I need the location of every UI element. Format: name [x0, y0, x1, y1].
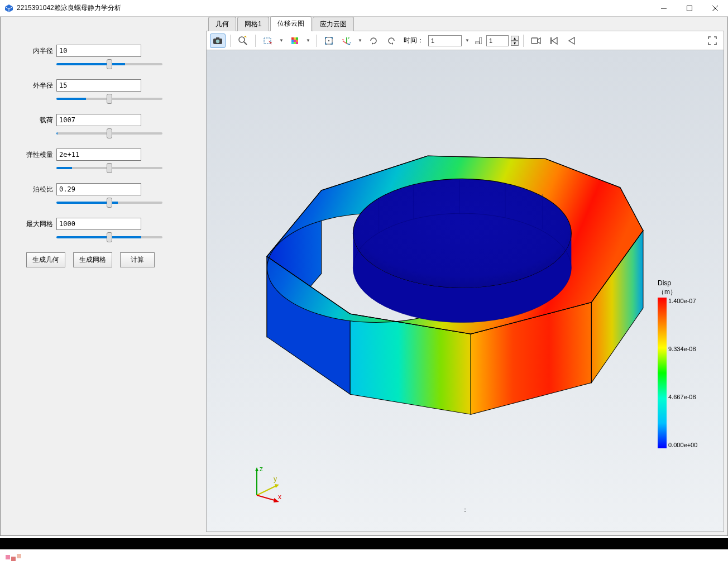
svg-line-53 — [257, 486, 276, 495]
skip-start-icon[interactable] — [546, 33, 562, 48]
svg-rect-20 — [296, 42, 298, 44]
svg-text:z: z — [348, 36, 349, 40]
axis-dropdown[interactable]: ▼ — [357, 33, 363, 48]
legend-colorbar — [658, 298, 667, 448]
tab-displacement[interactable]: 位移云图 — [270, 16, 312, 31]
svg-rect-7 — [216, 37, 219, 39]
svg-marker-36 — [552, 37, 557, 44]
svg-rect-17 — [296, 40, 298, 42]
svg-rect-11 — [264, 38, 271, 44]
tab-stress[interactable]: 应力云图 — [313, 17, 354, 31]
color-dropdown[interactable]: ▼ — [305, 33, 312, 48]
legend-title-2: （m） — [658, 288, 713, 296]
color-cube-icon[interactable] — [287, 33, 303, 48]
fullscreen-icon[interactable] — [705, 33, 720, 48]
svg-line-10 — [244, 42, 247, 45]
legend-max: 1.400e-07 — [668, 298, 697, 304]
slider-outer-radius[interactable] — [56, 98, 162, 100]
svg-rect-35 — [550, 37, 552, 44]
selection-icon[interactable] — [260, 33, 276, 48]
minimize-button[interactable] — [651, 0, 677, 17]
svg-line-56 — [257, 495, 276, 501]
fit-view-icon[interactable] — [321, 33, 337, 48]
step-spinner[interactable]: ▲▼ — [511, 36, 519, 46]
generate-geometry-button[interactable]: 生成几何 — [26, 252, 65, 267]
legend-min: 0.000e+00 — [668, 442, 697, 448]
input-max-mesh[interactable] — [56, 218, 141, 230]
maximize-button[interactable] — [677, 0, 702, 17]
input-inner-radius[interactable] — [56, 45, 141, 57]
svg-point-43 — [353, 179, 571, 288]
rotate-cw-icon[interactable] — [366, 33, 381, 48]
step-input[interactable] — [486, 35, 509, 46]
svg-text:x: x — [278, 493, 281, 501]
slider-max-mesh[interactable] — [56, 236, 162, 238]
slider-modulus[interactable] — [56, 167, 162, 169]
generate-mesh-button[interactable]: 生成网格 — [73, 252, 112, 267]
legend-title-1: Disp — [658, 279, 713, 287]
svg-marker-51 — [255, 467, 258, 471]
svg-text:z: z — [260, 465, 263, 473]
input-load[interactable] — [56, 114, 141, 126]
viewport-3d[interactable]: z y x Disp （m） 1.400e-07 9.334e-08 — [206, 50, 724, 532]
time-label: 时间： — [404, 36, 424, 45]
app-footer — [0, 538, 728, 565]
camera-icon[interactable] — [210, 33, 226, 48]
play-back-icon[interactable] — [564, 33, 579, 48]
tab-bar: 几何 网格1 位移云图 应力云图 — [206, 17, 724, 31]
label-inner-radius: 内半径 — [23, 46, 53, 56]
svg-rect-31 — [475, 42, 480, 44]
label-outer-radius: 外半径 — [23, 81, 53, 90]
step-last-icon[interactable] — [473, 33, 484, 48]
svg-marker-30 — [391, 42, 393, 45]
input-outer-radius[interactable] — [56, 79, 141, 92]
svg-rect-16 — [294, 40, 296, 42]
slider-load[interactable] — [56, 132, 162, 135]
svg-rect-15 — [291, 40, 294, 42]
zoom-icon[interactable] — [235, 33, 251, 48]
titlebar: 2215391042赖泳良螺母静力学分析 — [0, 0, 728, 17]
svg-text:x: x — [349, 41, 351, 44]
color-legend: Disp （m） 1.400e-07 9.334e-08 4.667e-08 0… — [658, 279, 713, 448]
time-select[interactable] — [428, 35, 462, 46]
svg-rect-13 — [294, 37, 296, 40]
selection-dropdown[interactable]: ▼ — [278, 33, 285, 48]
legend-mid1: 4.667e-08 — [668, 394, 697, 400]
label-max-mesh: 最大网格 — [23, 219, 53, 229]
svg-point-9 — [239, 37, 245, 42]
video-icon[interactable] — [528, 33, 544, 48]
viewport-toolbar: ▼ ▼ zyx ▼ 时间： — [206, 31, 724, 50]
svg-rect-19 — [294, 42, 296, 44]
svg-point-8 — [216, 39, 219, 42]
rotate-ccw-icon[interactable] — [384, 33, 399, 48]
axis-orientation-icon[interactable]: zyx — [339, 33, 355, 48]
svg-rect-18 — [291, 42, 294, 44]
time-dropdown[interactable]: ▼ — [464, 33, 471, 48]
label-poisson: 泊松比 — [23, 185, 53, 194]
slider-inner-radius[interactable] — [56, 63, 162, 65]
svg-text:y: y — [342, 38, 344, 41]
svg-marker-29 — [372, 42, 373, 45]
app-icon — [4, 4, 13, 13]
slider-poisson[interactable] — [56, 202, 162, 204]
svg-marker-37 — [569, 37, 574, 44]
tab-geometry[interactable]: 几何 — [208, 17, 236, 31]
window-title: 2215391042赖泳良螺母静力学分析 — [17, 3, 651, 13]
main-area: 几何 网格1 位移云图 应力云图 ▼ — [206, 17, 727, 535]
input-poisson[interactable] — [56, 183, 141, 195]
tab-mesh[interactable]: 网格1 — [237, 17, 269, 31]
axis-triad: z y x — [246, 465, 285, 504]
svg-rect-32 — [480, 37, 482, 44]
input-modulus[interactable] — [56, 149, 141, 161]
svg-marker-54 — [275, 484, 279, 488]
close-button[interactable] — [702, 0, 728, 17]
svg-rect-3 — [687, 6, 692, 11]
label-load: 载荷 — [23, 116, 53, 125]
compute-button[interactable]: 计算 — [120, 252, 155, 267]
svg-rect-33 — [531, 38, 538, 44]
svg-rect-14 — [296, 37, 298, 40]
svg-marker-34 — [538, 38, 540, 44]
svg-rect-12 — [291, 37, 294, 40]
footer-shape-icons — [6, 555, 21, 559]
svg-point-22 — [328, 40, 329, 41]
